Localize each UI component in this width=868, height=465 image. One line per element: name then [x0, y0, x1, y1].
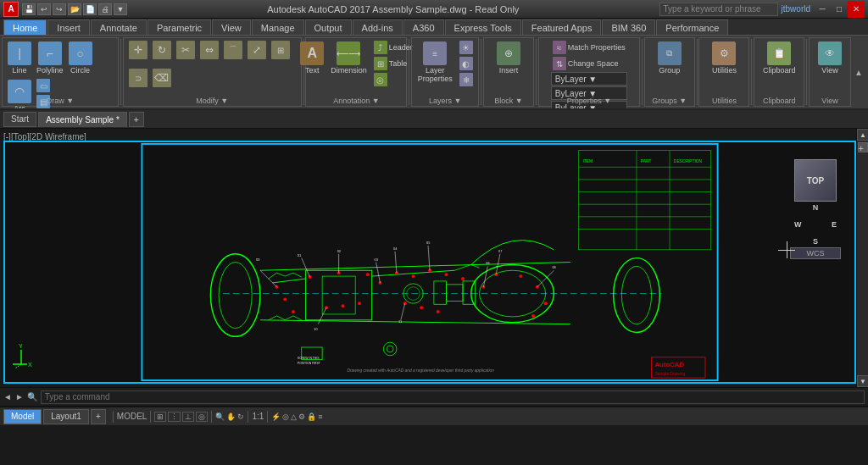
tab-express-tools[interactable]: Express Tools — [445, 19, 521, 35]
utilities-label: Utilities — [712, 66, 737, 75]
tab-annotate[interactable]: Annotate — [91, 19, 147, 35]
pan-right-button[interactable]: ► — [15, 392, 24, 401]
layer-off-button[interactable]: ◐ — [458, 56, 475, 71]
status-sep1 — [113, 411, 114, 423]
nav-cube-container[interactable]: TOP N S E W WCS — [790, 159, 841, 244]
zoom-controls[interactable]: 🔍 — [215, 412, 225, 421]
model-space-label[interactable]: MODEL — [117, 412, 147, 421]
leader-button[interactable]: ⤴ Leader — [372, 40, 415, 55]
annotation-monitor-icon[interactable]: △ — [291, 412, 297, 421]
main-area: [-][Top][2D Wireframe] — [0, 129, 868, 387]
drawing-canvas[interactable]: ITEM PART DESCRIPTION — [3, 141, 856, 384]
polyline-button[interactable]: ⌐ Polyline — [35, 40, 65, 76]
grid-button[interactable]: ⊞ — [154, 412, 166, 422]
tab-assembly-sample[interactable]: Assembly Sample * — [38, 112, 127, 127]
window-controls: ─ □ ✕ — [814, 1, 865, 18]
scroll-down-button[interactable]: ▼ — [857, 375, 868, 387]
mirror-button[interactable]: ⇔ — [198, 40, 220, 60]
new-icon[interactable]: 📄 — [83, 3, 97, 15]
minimize-button[interactable]: ─ — [814, 1, 831, 18]
tab-featured-apps[interactable]: Featured Apps — [522, 19, 602, 35]
right-scrollbar[interactable]: ▲ + ▼ — [856, 129, 868, 387]
customize-icon[interactable]: ≡ — [318, 412, 322, 421]
search-box[interactable]: Type a keyword or phrase — [659, 3, 778, 16]
trim-button[interactable]: ✂ — [175, 40, 197, 60]
layer-freeze-button[interactable]: ❄ — [458, 72, 475, 87]
erase-button[interactable]: ⌫ — [151, 68, 173, 88]
pan-up-button[interactable]: + — [858, 142, 868, 152]
snap-button[interactable]: ⋮ — [168, 412, 181, 422]
view-icon: 👁 — [818, 42, 842, 65]
tab-output[interactable]: Output — [305, 19, 352, 35]
rotate-button[interactable]: ↻ — [151, 40, 173, 60]
tab-home[interactable]: Home — [3, 19, 47, 35]
table-button[interactable]: ⊞ Table — [372, 56, 415, 71]
nav-cube[interactable]: TOP — [794, 159, 837, 202]
sep9 — [806, 39, 807, 105]
hardware-accel-icon[interactable]: ⚡ — [271, 412, 281, 421]
orbit-control[interactable]: ↻ — [237, 412, 244, 421]
maximize-button[interactable]: □ — [831, 1, 848, 18]
offset-button[interactable]: ⊃ — [127, 68, 149, 88]
move-button[interactable]: ✛ — [127, 40, 149, 60]
pan-control[interactable]: ✋ — [226, 412, 236, 421]
layout-tab-layout1[interactable]: Layout1 — [43, 409, 89, 424]
layer-properties-button[interactable]: ≡ LayerProperties — [416, 40, 454, 85]
change-space-button[interactable]: ⇅ Change Space — [551, 56, 627, 71]
scroll-track[interactable] — [857, 154, 868, 375]
workspace-button[interactable]: ⚙ — [298, 412, 305, 421]
scroll-up-button[interactable]: ▲ — [857, 129, 868, 141]
undo-icon[interactable]: ↩ — [37, 3, 51, 15]
tab-bim360[interactable]: BIM 360 — [602, 19, 655, 35]
tab-a360[interactable]: A360 — [403, 19, 444, 35]
new-tab-button[interactable]: + — [129, 112, 144, 127]
command-input[interactable] — [41, 390, 865, 404]
tab-view[interactable]: View — [212, 19, 251, 35]
group-button[interactable]: ⧉ Group — [656, 40, 683, 76]
insert-button[interactable]: ⊕ Insert — [495, 40, 522, 76]
viewport[interactable]: [-][Top][2D Wireframe] — [0, 129, 868, 387]
autocad-logo[interactable]: A — [3, 2, 19, 17]
mark-button[interactable]: ◎ — [372, 72, 415, 87]
tab-manage[interactable]: Manage — [252, 19, 304, 35]
color-dropdown[interactable]: ByLayer ▼ — [551, 72, 627, 86]
pan-left-button[interactable]: ◄ — [3, 392, 12, 401]
tab-parametric[interactable]: Parametric — [147, 19, 211, 35]
options-icon[interactable]: ▼ — [114, 3, 127, 15]
isolation-icon[interactable]: ◎ — [282, 412, 289, 421]
wcs-label: WCS — [790, 247, 841, 259]
text-button[interactable]: A Text — [298, 40, 326, 76]
rect-icon: ▭ — [36, 79, 50, 92]
view-button[interactable]: 👁 View — [816, 40, 843, 76]
print-icon[interactable]: 🖨 — [98, 3, 112, 15]
polar-button[interactable]: ◎ — [196, 412, 208, 422]
layer-on-button[interactable]: ☀ — [458, 40, 475, 55]
save-icon[interactable]: 💾 — [22, 3, 36, 15]
fillet-button[interactable]: ⌒ — [222, 40, 244, 60]
collapse-ribbon-button[interactable]: ▲ — [854, 68, 863, 77]
scale-button[interactable]: ⤢ — [246, 40, 268, 60]
dimension-button[interactable]: ⟵⟶ Dimension — [329, 40, 369, 76]
line-button[interactable]: | Line — [6, 40, 33, 76]
ortho-button[interactable]: ⊥ — [182, 412, 194, 422]
array-button[interactable]: ⊞ — [270, 40, 292, 60]
clipboard-button[interactable]: 📋 Clipboard — [761, 40, 798, 76]
utilities-button[interactable]: ⚙ Utilities — [710, 40, 738, 76]
svg-text:X: X — [28, 362, 32, 368]
redo-icon[interactable]: ↪ — [53, 3, 66, 15]
new-layout-button[interactable]: + — [91, 409, 106, 424]
close-button[interactable]: ✕ — [848, 1, 865, 18]
bottom-bar: Model Layout1 + MODEL ⊞ ⋮ ⊥ ◎ 🔍 ✋ ↻ 1:1 … — [0, 406, 868, 424]
tab-performance[interactable]: Performance — [656, 19, 728, 35]
tab-start[interactable]: Start — [3, 112, 36, 127]
clipboard-group-label: Clipboard — [763, 97, 796, 105]
circle-button[interactable]: ○ Circle — [67, 40, 94, 76]
open-icon[interactable]: 📂 — [68, 3, 81, 15]
rect-button[interactable]: ▭ — [35, 78, 52, 93]
ui-lock-icon[interactable]: 🔒 — [307, 412, 316, 421]
arc-button[interactable]: ◠ Arc — [6, 78, 33, 110]
tab-insert[interactable]: Insert — [47, 19, 90, 35]
match-properties-button[interactable]: ≈ Match Properties — [551, 40, 627, 55]
layout-tab-model[interactable]: Model — [3, 409, 42, 424]
tab-addins[interactable]: Add-ins — [353, 19, 403, 35]
